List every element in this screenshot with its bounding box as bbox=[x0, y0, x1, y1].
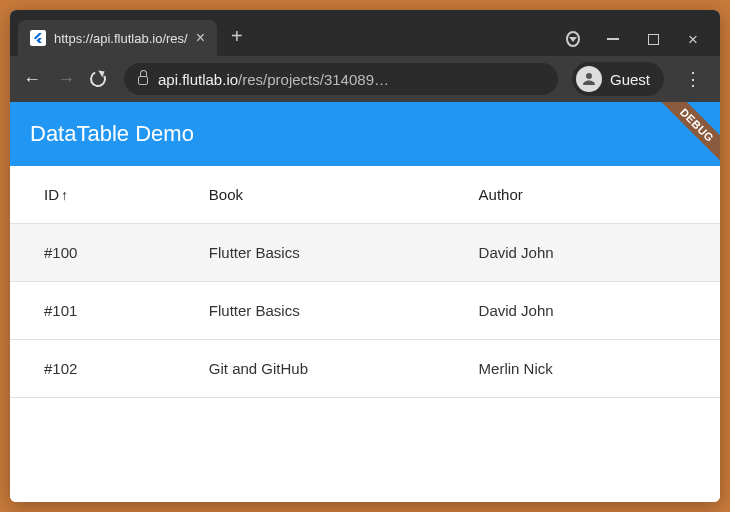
cell-author: Merlin Nick bbox=[479, 340, 720, 398]
cell-id: #100 bbox=[10, 224, 209, 282]
new-tab-button[interactable]: + bbox=[217, 17, 257, 56]
flutter-favicon bbox=[30, 30, 46, 46]
menu-button[interactable]: ⋮ bbox=[678, 68, 708, 90]
incognito-indicator-icon[interactable] bbox=[566, 32, 580, 46]
tab-title: https://api.flutlab.io/res/ bbox=[54, 31, 188, 46]
app-bar: DataTable Demo DEBUG bbox=[10, 102, 720, 166]
column-header-book[interactable]: Book bbox=[209, 166, 479, 224]
browser-window: https://api.flutlab.io/res/ × + × ← → ap… bbox=[10, 10, 720, 502]
avatar-icon bbox=[576, 66, 602, 92]
data-table: ID↑ Book Author #100 Flutter Basics Davi… bbox=[10, 166, 720, 398]
table-header-row: ID↑ Book Author bbox=[10, 166, 720, 224]
titlebar: https://api.flutlab.io/res/ × + × bbox=[10, 10, 720, 56]
table-row[interactable]: #100 Flutter Basics David John bbox=[10, 224, 720, 282]
url-text: api.flutlab.io/res/projects/314089… bbox=[158, 71, 389, 88]
address-bar: ← → api.flutlab.io/res/projects/314089… … bbox=[10, 56, 720, 102]
cell-book: Flutter Basics bbox=[209, 224, 479, 282]
app-content: DataTable Demo DEBUG ID↑ Book Author #10… bbox=[10, 102, 720, 502]
lock-icon bbox=[138, 76, 148, 85]
cell-author: David John bbox=[479, 224, 720, 282]
browser-tab[interactable]: https://api.flutlab.io/res/ × bbox=[18, 20, 217, 56]
svg-point-0 bbox=[586, 73, 592, 79]
page-title: DataTable Demo bbox=[30, 121, 194, 147]
column-header-author[interactable]: Author bbox=[479, 166, 720, 224]
cell-book: Git and GitHub bbox=[209, 340, 479, 398]
column-header-id[interactable]: ID↑ bbox=[10, 166, 209, 224]
cell-book: Flutter Basics bbox=[209, 282, 479, 340]
close-window-button[interactable]: × bbox=[686, 32, 700, 46]
profile-button[interactable]: Guest bbox=[572, 62, 664, 96]
sort-ascending-icon: ↑ bbox=[61, 187, 68, 203]
forward-button[interactable]: → bbox=[56, 69, 76, 90]
reload-button[interactable] bbox=[90, 71, 110, 87]
table-row[interactable]: #101 Flutter Basics David John bbox=[10, 282, 720, 340]
profile-label: Guest bbox=[610, 71, 650, 88]
table-row[interactable]: #102 Git and GitHub Merlin Nick bbox=[10, 340, 720, 398]
url-input[interactable]: api.flutlab.io/res/projects/314089… bbox=[124, 63, 558, 95]
close-tab-icon[interactable]: × bbox=[196, 30, 205, 46]
minimize-button[interactable] bbox=[606, 32, 620, 46]
cell-id: #101 bbox=[10, 282, 209, 340]
window-controls: × bbox=[566, 32, 720, 56]
cell-author: David John bbox=[479, 282, 720, 340]
back-button[interactable]: ← bbox=[22, 69, 42, 90]
cell-id: #102 bbox=[10, 340, 209, 398]
maximize-button[interactable] bbox=[646, 32, 660, 46]
